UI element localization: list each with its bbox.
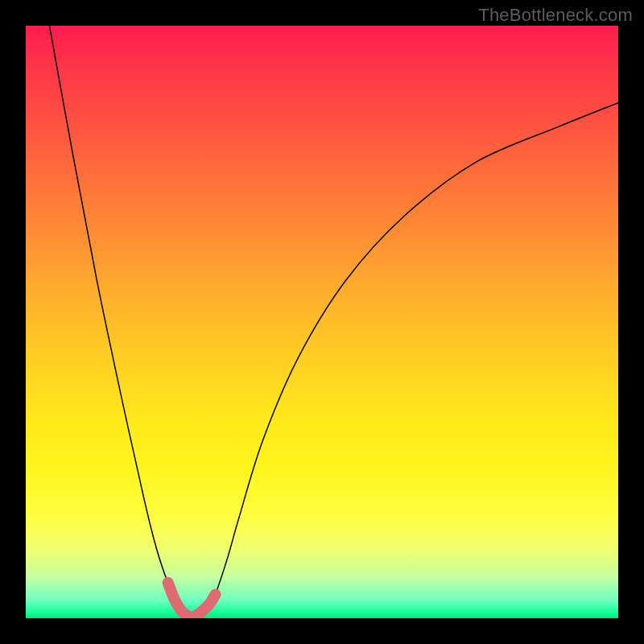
watermark-text: TheBottleneck.com [478,5,633,26]
min-region-highlight [168,583,216,617]
bottleneck-curve [49,26,618,617]
chart-plot-area [26,26,618,618]
chart-svg [26,26,618,618]
